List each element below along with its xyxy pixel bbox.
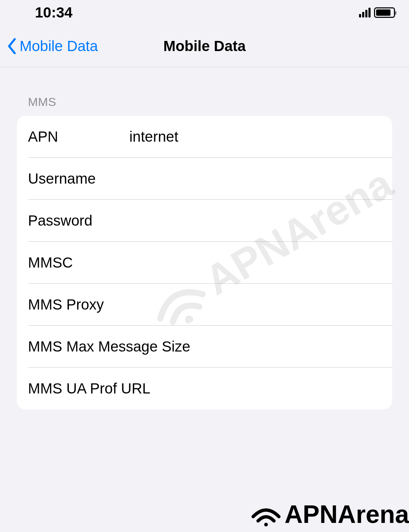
row-mms-ua-prof[interactable]: MMS UA Prof URL xyxy=(17,368,392,410)
input-mms-max-size[interactable] xyxy=(190,338,392,355)
page-title: Mobile Data xyxy=(163,38,246,55)
label-mms-max-size: MMS Max Message Size xyxy=(28,338,190,355)
input-apn[interactable] xyxy=(129,128,392,145)
section-header-mms: MMS xyxy=(17,67,392,116)
label-mms-proxy: MMS Proxy xyxy=(28,296,129,313)
input-username[interactable] xyxy=(129,170,392,187)
label-password: Password xyxy=(28,212,129,229)
back-label: Mobile Data xyxy=(20,38,98,55)
cellular-signal-icon xyxy=(359,8,371,17)
label-apn: APN xyxy=(28,128,129,145)
wifi-icon xyxy=(250,502,282,526)
settings-group-mms: APN Username Password MMSC MMS Proxy MMS… xyxy=(17,116,392,410)
battery-icon xyxy=(374,7,395,18)
row-mms-proxy[interactable]: MMS Proxy xyxy=(17,284,392,326)
label-mms-ua-prof: MMS UA Prof URL xyxy=(28,380,150,397)
svg-point-1 xyxy=(264,523,268,527)
input-password[interactable] xyxy=(129,212,392,229)
input-mmsc[interactable] xyxy=(129,254,392,271)
content-area: MMS APN Username Password MMSC MMS Proxy… xyxy=(0,67,409,410)
label-username: Username xyxy=(28,170,129,187)
status-indicators xyxy=(359,7,395,18)
navigation-bar: Mobile Data Mobile Data xyxy=(0,25,409,67)
status-time: 10:34 xyxy=(35,4,72,21)
row-password[interactable]: Password xyxy=(17,200,392,242)
input-mms-proxy[interactable] xyxy=(129,296,392,313)
row-mmsc[interactable]: MMSC xyxy=(17,242,392,284)
footer-brand: APNArena xyxy=(250,500,409,529)
status-bar: 10:34 xyxy=(0,0,409,25)
footer-brand-text: APNArena xyxy=(285,500,409,529)
chevron-left-icon xyxy=(7,38,17,55)
row-mms-max-size[interactable]: MMS Max Message Size xyxy=(17,326,392,368)
input-mms-ua-prof[interactable] xyxy=(150,380,392,397)
row-username[interactable]: Username xyxy=(17,158,392,200)
back-button[interactable]: Mobile Data xyxy=(7,38,98,55)
row-apn[interactable]: APN xyxy=(17,116,392,158)
label-mmsc: MMSC xyxy=(28,254,129,271)
